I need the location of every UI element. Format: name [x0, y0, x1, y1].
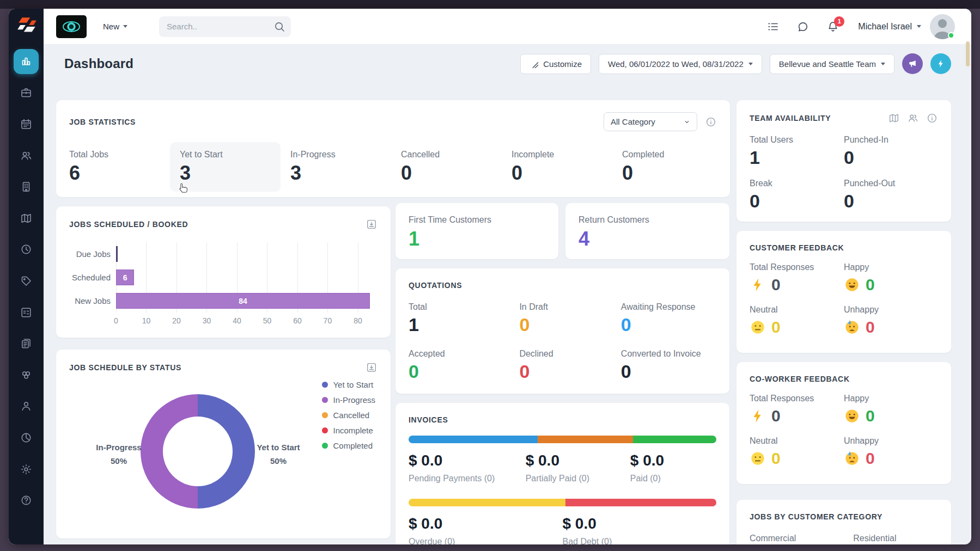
category-commercial-label: Commercial — [750, 534, 853, 543]
legend-item-completed[interactable]: Completed — [322, 441, 375, 450]
date-range-selector[interactable]: Wed, 06/01/2022 to Wed, 08/31/2022 — [599, 54, 762, 74]
customize-button[interactable]: Customize — [520, 54, 591, 74]
customer-feedback-title: CUSTOMER FEEDBACK — [750, 243, 844, 252]
sidebar-item-parts-inventory[interactable] — [9, 359, 44, 391]
bar-category-label: Due Jobs — [69, 242, 116, 266]
stat-value: 1 — [750, 148, 844, 168]
user-menu[interactable]: Michael Israel — [858, 22, 921, 32]
job-stat-incomplete[interactable]: Incomplete 0 — [502, 142, 612, 192]
quotation-stat-in-draft: In Draft 0 — [519, 302, 620, 335]
chevron-down-icon — [123, 25, 127, 28]
donut-label-yet-to-start: Yet to Start 50% — [238, 441, 319, 468]
sidebar-item-jobs[interactable] — [9, 77, 44, 109]
category-filter-value: All Category — [611, 117, 655, 126]
info-icon[interactable] — [705, 116, 717, 128]
legend-label: In-Progress — [333, 395, 375, 405]
teams-icon — [20, 400, 33, 413]
stat-value: 0 — [519, 362, 620, 382]
megaphone-icon — [907, 58, 918, 69]
stat-value: 0 — [844, 191, 938, 211]
lightning-icon — [750, 408, 766, 424]
new-button[interactable]: New — [103, 22, 127, 31]
feedback-neutral: Neutral 0 — [750, 436, 844, 468]
stat-label: Total — [409, 302, 519, 312]
quotation-stat-declined: Declined 0 — [519, 349, 620, 382]
legend-item-incomplete[interactable]: Incomplete — [322, 426, 375, 435]
sidebar-item-timesheets[interactable] — [9, 234, 44, 266]
job-stat-completed[interactable]: Completed 0 — [612, 142, 723, 192]
unhappy-face-icon — [844, 319, 860, 335]
download-chart-button[interactable] — [366, 218, 378, 230]
new-button-label: New — [103, 22, 119, 31]
stat-value: 0 — [771, 449, 781, 468]
parts-inventory-icon — [20, 369, 33, 382]
sidebar-item-help[interactable] — [9, 485, 44, 516]
category-filter-select[interactable]: All Category — [604, 112, 697, 131]
activity-list-button[interactable] — [766, 20, 780, 33]
sidebar-item-quotes[interactable] — [9, 328, 44, 359]
sidebar-nav — [9, 46, 44, 516]
feedback-happy: Happy 0 — [844, 394, 938, 425]
stat-label: Awaiting Response — [621, 302, 716, 312]
announcements-button[interactable] — [902, 53, 923, 74]
sidebar-item-dispatch-board[interactable] — [9, 203, 44, 234]
legend-item-yet-to-start[interactable]: Yet to Start — [322, 380, 375, 389]
pencil-icon — [529, 59, 538, 68]
sidebar-item-settings[interactable] — [9, 454, 44, 485]
sidebar-item-dashboard[interactable] — [9, 46, 44, 77]
legend-label: Completed — [333, 441, 373, 450]
scrollbar-thumb[interactable] — [966, 41, 970, 66]
stat-value: 3 — [290, 162, 381, 184]
stat-label: In Draft — [519, 302, 620, 312]
sidebar-item-customers[interactable] — [9, 140, 44, 172]
quick-actions-button[interactable] — [930, 53, 951, 74]
team-availability-title: TEAM AVAILABILITY — [750, 114, 831, 123]
x-axis-tick: 0 — [114, 316, 118, 325]
notifications-button[interactable]: 1 — [826, 20, 839, 33]
info-icon[interactable] — [926, 112, 938, 124]
properties-icon — [20, 180, 33, 193]
sidebar-item-properties[interactable] — [9, 171, 44, 203]
sidebar-item-tags[interactable] — [9, 265, 44, 297]
money-value: $ 0.0 — [409, 452, 526, 469]
stat-label: Accepted — [409, 349, 519, 359]
money-label: Pending Payments (0) — [409, 474, 526, 483]
search-input[interactable] — [159, 16, 291, 37]
zuper-logo[interactable] — [16, 16, 37, 36]
stat-value: 0 — [866, 318, 875, 336]
job-statistics-card: JOB STATISTICS All Category Total Jobs 6 — [56, 100, 730, 197]
lightning-bolt-icon — [935, 58, 946, 69]
map-view-button[interactable] — [888, 112, 900, 124]
legend-label: Incomplete — [333, 426, 373, 435]
sidebar-item-calendar[interactable] — [9, 108, 44, 140]
job-statistics-row: Total Jobs 6 Yet to Start 3 In-Progress … — [59, 142, 717, 192]
stat-value: 6 — [69, 162, 160, 184]
stat-value: 0 — [622, 162, 713, 184]
job-stat-cancelled[interactable]: Cancelled 0 — [391, 142, 502, 192]
chat-icon — [796, 20, 809, 33]
sidebar-item-teams[interactable] — [9, 391, 44, 423]
job-stat-in-progress[interactable]: In-Progress 3 — [281, 142, 391, 192]
company-logo[interactable] — [56, 15, 87, 38]
settings-icon — [20, 463, 33, 476]
coworker-feedback-card: CO-WORKER FEEDBACK Total Responses 0 Hap… — [736, 362, 951, 484]
money-label: Paid (0) — [630, 474, 716, 483]
sidebar-item-reports[interactable] — [9, 422, 44, 454]
team-selector[interactable]: Bellevue and Seattle Team — [770, 54, 894, 74]
job-stat-total-jobs[interactable]: Total Jobs 6 — [59, 142, 170, 192]
download-chart-button[interactable] — [366, 362, 378, 374]
app-window: New 1 Michael Israel — [9, 9, 971, 544]
stat-label: Happy — [844, 262, 938, 272]
sidebar-item-assets[interactable] — [9, 297, 44, 328]
chat-button[interactable] — [796, 20, 809, 33]
legend-item-in-progress[interactable]: In-Progress — [322, 395, 375, 405]
eye-logo-icon — [56, 15, 87, 38]
stat-value: 1 — [409, 315, 519, 335]
team-stat-punched-in: Punched-In 0 — [844, 135, 938, 168]
job-stat-yet-to-start[interactable]: Yet to Start 3 — [170, 142, 281, 192]
stat-value: 0 — [771, 276, 781, 294]
legend-item-cancelled[interactable]: Cancelled — [322, 411, 375, 420]
user-avatar[interactable] — [930, 14, 955, 39]
job-statistics-title: JOB STATISTICS — [69, 118, 136, 126]
team-members-button[interactable] — [907, 112, 919, 124]
